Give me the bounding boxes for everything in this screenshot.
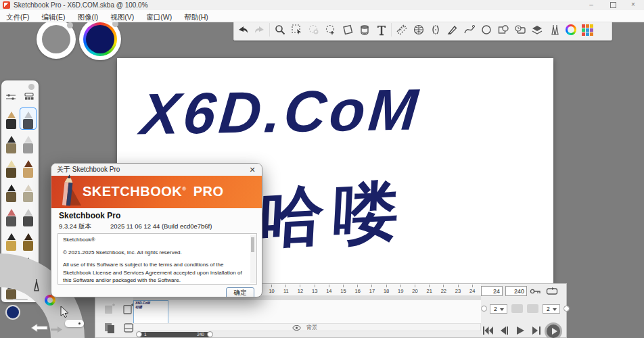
mouse-cursor [60, 306, 70, 318]
symmetry-icon[interactable] [427, 20, 444, 39]
license-text-box[interactable]: Sketchbook®© 2021-2025 Sketchbook, Inc. … [58, 233, 257, 285]
ruler-number: 15 [336, 285, 350, 294]
brush-size-puck[interactable] [37, 20, 76, 59]
lagoon-redo-arrow-icon[interactable] [50, 326, 64, 333]
brush-item[interactable] [20, 132, 37, 154]
brand-wordmark: SKETCHBOOK®PRO [83, 184, 223, 199]
zoom-icon[interactable] [271, 20, 288, 39]
time-lapse-icon[interactable] [511, 20, 528, 39]
ok-button[interactable]: 确定 [226, 287, 254, 297]
transform-icon[interactable] [339, 20, 356, 39]
toolbar-separator [391, 23, 392, 37]
play-animation-button[interactable] [545, 322, 562, 338]
visibility-eye-icon[interactable] [292, 324, 301, 331]
build-string: 2025 11 06 12 44 (Build ecd0e7b6f) [110, 222, 212, 230]
brush-item[interactable] [20, 107, 37, 130]
brush-settings-icon[interactable] [5, 93, 16, 101]
brush-item[interactable] [20, 156, 37, 178]
loop-icon[interactable] [546, 287, 558, 295]
brush-item[interactable] [3, 156, 20, 178]
color-wheel-icon[interactable] [562, 20, 579, 39]
next-frame-button[interactable] [532, 326, 542, 335]
color-palette-icon[interactable] [579, 20, 596, 39]
maximize-button[interactable] [603, 0, 622, 10]
current-color-swatch[interactable] [86, 25, 114, 53]
play-button[interactable] [516, 326, 525, 335]
brush-library-icon[interactable] [545, 20, 562, 39]
color-puck[interactable] [79, 18, 121, 60]
version-number: 9.3.24 版本 [59, 222, 91, 230]
lagoon-undo-arrow-icon[interactable] [30, 322, 49, 333]
curve-icon[interactable] [461, 20, 478, 39]
current-frame-input[interactable]: 24 [481, 286, 503, 296]
add-selection-icon[interactable] [322, 20, 339, 39]
brush-item[interactable] [3, 205, 20, 227]
onion-skin-after-icon [527, 304, 538, 313]
brush-item[interactable] [20, 229, 37, 251]
minimize-button[interactable]: – [582, 0, 601, 10]
range-start-handle[interactable] [136, 331, 142, 337]
close-button[interactable]: × [624, 0, 643, 10]
deselect-icon[interactable] [305, 20, 322, 39]
ruler-icon[interactable] [393, 20, 410, 39]
license-scrollbar[interactable] [250, 235, 256, 283]
previous-frame-button[interactable] [499, 326, 509, 335]
ruler-number: 12 [293, 285, 307, 294]
playback-range-slider[interactable]: 1 240 [137, 332, 212, 337]
menu-item[interactable]: 视图(V) [104, 11, 140, 22]
dialog-title-bar[interactable]: 关于 Sketchbook Pro ✕ [51, 164, 262, 176]
brush-item[interactable] [3, 132, 20, 154]
fill-icon[interactable] [356, 20, 373, 39]
onion-before-count-select[interactable]: 2 [490, 304, 507, 314]
lagoon-slider[interactable] [65, 320, 84, 327]
onion-before-radio[interactable] [481, 306, 487, 312]
brush-item[interactable] [3, 107, 20, 130]
layers-icon[interactable] [528, 20, 545, 39]
range-start-value: 1 [144, 332, 147, 337]
brush-item[interactable] [20, 180, 37, 203]
timeline-ruler[interactable]: 101112131415161718192021222324 [264, 285, 480, 294]
dialog-close-icon[interactable]: ✕ [248, 164, 257, 176]
dialog-brand-banner: SKETCHBOOK®PRO [51, 176, 262, 208]
ruler-number: 22 [436, 285, 451, 294]
menu-item[interactable]: 文件(F) [0, 11, 35, 22]
range-end-value: 240 [197, 332, 204, 337]
background-track[interactable]: 背景 [133, 323, 481, 331]
color-ring[interactable] [83, 22, 117, 56]
handwriting-line2: 哈喽 [257, 168, 411, 264]
frames-row[interactable] [133, 300, 481, 324]
shapes-icon[interactable] [495, 20, 511, 39]
new-frame-before-icon[interactable] [104, 303, 116, 315]
ruler-number: 10 [264, 285, 279, 294]
ellipse-icon[interactable] [478, 20, 495, 39]
menu-item[interactable]: 帮助(H) [178, 11, 214, 22]
onion-after-radio[interactable] [564, 306, 570, 312]
brush-item[interactable] [3, 180, 20, 203]
toolbar-separator [269, 23, 270, 37]
perspective-icon[interactable] [410, 20, 427, 39]
total-frames-input[interactable]: 240 [505, 286, 527, 296]
redo-icon[interactable] [251, 20, 268, 39]
panel-handle-dot[interactable] [28, 84, 34, 90]
select-icon[interactable] [288, 20, 305, 39]
track-label: 背景 [306, 324, 317, 331]
brush-item[interactable] [20, 205, 37, 227]
onion-skin-before-icon [511, 304, 523, 313]
puck-handle-dot[interactable] [67, 22, 73, 28]
range-end-handle[interactable] [207, 331, 213, 337]
text-tool-icon[interactable] [373, 20, 390, 39]
brush-item[interactable] [3, 229, 20, 251]
pencil-logo-icon [55, 173, 83, 211]
brush-sets-icon[interactable] [24, 93, 34, 101]
keyframe-icon[interactable] [530, 287, 542, 295]
menu-item[interactable]: 编辑(E) [35, 11, 71, 22]
duplicate-frame-icon[interactable] [104, 322, 116, 334]
menu-item[interactable]: 图像(I) [71, 11, 104, 22]
undo-icon[interactable] [234, 20, 251, 39]
ruler-number: 14 [322, 285, 336, 294]
go-to-start-button[interactable] [482, 326, 494, 335]
onion-after-count-select[interactable]: 2 [543, 304, 560, 314]
stroke-pen-icon[interactable] [444, 20, 461, 39]
menu-item[interactable]: 窗口(W) [140, 11, 178, 22]
lagoon-brush-icon[interactable] [30, 279, 43, 292]
